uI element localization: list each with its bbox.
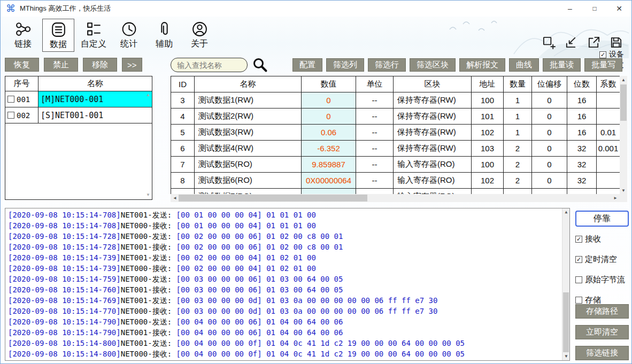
log-hex: [00 03 00 00 00 06] 01 03 00 64 00 05 [176, 285, 343, 294]
data-column-header: 系数 [597, 76, 620, 92]
cell-id: 4 [171, 109, 195, 125]
toolbar-item-link[interactable]: 链接 [7, 19, 39, 51]
maximize-button[interactable]: □ [582, 1, 607, 17]
checkbox-icon[interactable] [575, 297, 582, 304]
log-hex: [00 02 00 00 00 06] 01 02 00 c8 00 01 [176, 232, 343, 241]
data-vertical-scrollbar[interactable]: ▲ ▼ [620, 76, 627, 194]
cell-addr: 100 [472, 157, 504, 173]
timed-clear-checkbox[interactable]: 定时清空 [575, 254, 625, 265]
device-row[interactable]: 002[S]NET001-001 [5, 107, 152, 123]
log-scrollbar[interactable]: ▲ ▼ [562, 208, 569, 360]
cell-addr: 102 [472, 173, 504, 189]
receive-checkbox[interactable]: 接收 [575, 234, 625, 244]
cell-coef [597, 157, 620, 173]
forbid-button[interactable]: 禁止 [44, 58, 78, 72]
log-direction: NET000-发送: [121, 275, 176, 283]
scroll-down-icon[interactable]: ▼ [620, 187, 627, 194]
data-row[interactable]: 6测试数据4(RW)-6.352--保持寄存器(RW)10320320.001 [171, 141, 620, 157]
log-direction: NET001-发送: [121, 339, 176, 347]
scroll-left-icon[interactable]: ◄ [171, 194, 179, 202]
cell-value: 9.859887 [302, 157, 356, 173]
device-row[interactable]: 001[M]NET000-001 [5, 91, 152, 107]
log-scrollbar-thumb[interactable] [563, 292, 569, 352]
log-panel[interactable]: [2020-09-08 10:15:14-708]NET001-发送: [00 … [5, 208, 570, 361]
log-line: [2020-09-08 10:15:14-790]NET001-接收: [00 … [8, 327, 559, 338]
remove-button[interactable]: 移除 [83, 58, 117, 72]
cell-unit: -- [356, 173, 394, 189]
checkbox-icon[interactable] [575, 276, 582, 283]
raw-byte-stream-checkbox[interactable]: 原始字节流 [575, 275, 625, 285]
log-direction: NET001-发送: [121, 253, 176, 262]
data-row[interactable]: 8测试数据6(RO)0X00000064--输入寄存器(RO)1022032 [171, 173, 620, 189]
log-direction: NET000-接收: [121, 264, 176, 273]
cell-coef: 0.01 [597, 125, 620, 141]
save-button[interactable] [610, 36, 623, 51]
clear-now-button[interactable]: 立即清空 [575, 325, 629, 339]
cell-unit: -- [356, 125, 394, 141]
log-direction: NET001-发送: [121, 296, 176, 305]
checkbox-icon[interactable] [575, 236, 582, 243]
search-input[interactable] [171, 58, 248, 72]
data-horizontal-scrollbar[interactable]: ◄ ► [171, 194, 627, 202]
toolbar-item-about[interactable]: 关于 [183, 19, 215, 51]
toolbar-item-data[interactable]: 数据 [42, 19, 74, 52]
window-title: MThings 高效工作，快乐生活 [20, 4, 111, 13]
device-row-checkbox[interactable] [7, 112, 14, 119]
new-window-button[interactable] [542, 36, 556, 51]
expand-button[interactable]: >> [122, 58, 142, 72]
filter-block-button[interactable]: 筛选区块 [410, 58, 456, 72]
device-column-header: 名称 [38, 76, 152, 91]
data-column-header: 位偏移 [532, 76, 567, 92]
scroll-up-icon[interactable]: ▲ [562, 208, 570, 216]
data-row[interactable]: 3测试数据1(RW)0--保持寄存器(RW)1001016 [171, 92, 620, 109]
device-scrollbar[interactable]: ▲ ▼ [145, 92, 151, 197]
vertical-scrollbar-thumb[interactable] [620, 84, 627, 121]
close-button[interactable]: ✕ [607, 1, 631, 17]
parse-message-button[interactable]: 解析报文 [459, 58, 505, 72]
scroll-up-icon[interactable]: ▲ [146, 92, 150, 97]
device-row-checkbox[interactable] [7, 96, 14, 103]
export-icon [587, 36, 600, 49]
minimize-button[interactable]: – [558, 1, 582, 17]
config-button[interactable]: 配置 [292, 58, 322, 72]
cell-block: 输入寄存器(RO) [394, 173, 472, 189]
checkbox-icon[interactable] [575, 256, 582, 263]
data-column-header: 数量 [504, 76, 532, 92]
scroll-right-icon[interactable]: ► [612, 194, 619, 202]
cell-bits: 32 [567, 173, 597, 189]
cell-block: 保持寄存器(RW) [394, 109, 472, 125]
restore-button[interactable]: 恢复 [5, 58, 39, 72]
log-timestamp: [2020-09-08 10:15:14-790] [8, 317, 121, 326]
storage-path-button[interactable]: 存储路径 [575, 304, 629, 319]
curve-button[interactable]: 曲线 [509, 58, 539, 72]
scroll-down-icon[interactable]: ▼ [146, 192, 150, 197]
search-icon[interactable] [252, 57, 268, 73]
scroll-down-icon[interactable]: ▼ [562, 353, 570, 360]
batch-write-button[interactable]: 批量写 [584, 58, 622, 72]
log-timestamp: [2020-09-08 10:15:14-790] [8, 328, 121, 337]
side-buttons: 存储路径立即清空筛选链接 [575, 304, 629, 360]
log-hex: [00 03 00 00 00 0d] 01 03 0a 00 00 00 00… [176, 296, 438, 305]
filter-link-button[interactable]: 筛选链接 [575, 346, 629, 360]
toolbar-item-statistics[interactable]: 统计 [113, 19, 145, 51]
checkbox-icon[interactable] [599, 51, 606, 58]
log-line: [2020-09-08 10:15:14-760]NET001-接收: [00 … [8, 284, 559, 295]
horizontal-scrollbar-thumb[interactable] [179, 195, 367, 202]
data-row[interactable]: 7测试数据5(RO)9.859887--输入寄存器(RO)1002032 [171, 157, 620, 173]
toolbar-item-assist[interactable]: 辅助 [148, 19, 180, 51]
filter-row-button[interactable]: 筛选行 [368, 58, 406, 72]
filter-column-button[interactable]: 筛选列 [326, 58, 364, 72]
app-logo-icon: ⌘ [6, 4, 16, 13]
batch-read-button[interactable]: 批量读 [543, 58, 581, 72]
device-row-number-cell: 002 [5, 107, 38, 123]
toolbar-item-custom[interactable]: 自定义 [78, 19, 110, 51]
dock-button[interactable]: 停靠 [575, 211, 629, 227]
data-row[interactable]: 4测试数据2(RW)0--保持寄存器(RW)1011016 [171, 109, 620, 125]
scroll-up-icon[interactable]: ▲ [620, 76, 627, 83]
cell-name: 测试数据5(RO) [195, 157, 302, 173]
export-button[interactable] [587, 36, 600, 51]
data-table-body: 3测试数据1(RW)0--保持寄存器(RW)10010164测试数据2(RW)0… [171, 92, 620, 195]
log-line: [2020-09-08 10:15:14-770]NET000-接收: [00 … [8, 306, 559, 316]
data-row[interactable]: 5测试数据3(RW)0.06--保持寄存器(RW)10210160.01 [171, 125, 620, 141]
import-button[interactable] [565, 36, 578, 51]
